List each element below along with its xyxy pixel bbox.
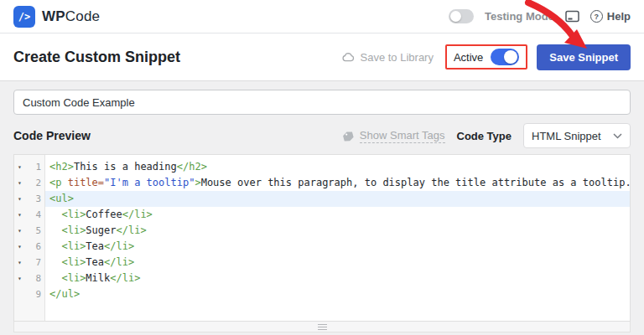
chevron-down-icon [613, 133, 622, 139]
line-gutter: ▾8 [14, 271, 45, 286]
resize-grip-icon [318, 324, 327, 330]
fold-arrow-icon[interactable]: ▾ [14, 207, 25, 223]
code-text: <li>Tea</li> [45, 239, 630, 255]
code-type-label: Code Type [457, 130, 512, 142]
line-number: 3 [25, 191, 45, 207]
show-smart-tags-button[interactable]: Show Smart Tags [342, 129, 445, 143]
code-line[interactable]: ▾5 <li>Suger</li> [14, 223, 630, 239]
tags-icon [342, 131, 356, 142]
active-toggle[interactable] [491, 49, 519, 65]
line-gutter: 9 [14, 286, 45, 302]
code-type-value: HTML Snippet [532, 130, 613, 142]
code-line[interactable]: ▾8 <li>Milk</li> [14, 271, 630, 286]
testing-mode-toggle[interactable] [449, 9, 474, 23]
line-number: 9 [25, 286, 45, 302]
code-type-select[interactable]: HTML Snippet [523, 123, 631, 148]
line-gutter: ▾2 [14, 175, 45, 191]
code-line[interactable]: 9</ul> [14, 286, 630, 302]
line-gutter: ▾4 [14, 207, 45, 223]
line-gutter: ▾7 [14, 255, 45, 271]
wordmark-wp: WP [42, 8, 65, 24]
code-line[interactable]: ▾7 <li>Tea</li> [14, 255, 630, 271]
wpcode-wordmark: WPCode [42, 8, 100, 25]
fullscreen-icon[interactable] [565, 10, 579, 23]
line-number: 1 [25, 159, 45, 175]
line-gutter: ▾1 [14, 159, 45, 175]
save-to-library-button[interactable]: Save to Library [342, 51, 434, 64]
editor-resize-handle[interactable] [13, 322, 631, 332]
code-text: <p title="I'm a tooltip">Mouse over this… [45, 175, 631, 191]
fold-arrow-icon[interactable]: ▾ [14, 255, 25, 271]
show-smart-tags-label: Show Smart Tags [360, 129, 445, 143]
page-header: Create Custom Snippet Save to Library Ac… [0, 34, 644, 81]
cloud-icon [342, 52, 356, 63]
snippet-title-input[interactable] [13, 90, 631, 115]
save-to-library-label: Save to Library [361, 51, 434, 64]
help-label: Help [607, 10, 631, 23]
topbar: /> WPCode Testing Mode ? Help [0, 0, 644, 34]
fold-arrow-icon[interactable]: ▾ [14, 223, 25, 239]
help-button[interactable]: ? Help [590, 10, 631, 23]
fold-arrow-icon[interactable]: ▾ [14, 271, 25, 286]
code-editor[interactable]: ▾1<h2>This is a heading</h2>▾2<p title="… [13, 154, 631, 322]
code-text: <h2>This is a heading</h2> [45, 159, 630, 175]
code-line[interactable]: ▾2<p title="I'm a tooltip">Mouse over th… [14, 175, 630, 191]
line-gutter: ▾3 [14, 191, 45, 207]
fold-arrow-icon[interactable]: ▾ [14, 175, 25, 191]
wpcode-logo-icon: /> [13, 6, 35, 28]
fold-arrow-icon[interactable]: ▾ [14, 191, 25, 207]
content-area: Code Preview Show Smart Tags Code Type H… [0, 81, 644, 332]
question-mark-icon: ? [590, 10, 603, 23]
code-line[interactable]: ▾3<ul> [14, 191, 630, 207]
testing-mode-label: Testing Mode [485, 10, 554, 23]
toggle-knob [504, 50, 517, 64]
code-text: <li>Coffee</li> [45, 207, 630, 223]
line-number: 2 [25, 175, 45, 191]
code-text: <ul> [45, 191, 630, 207]
wpcode-logo: /> WPCode [13, 6, 100, 28]
code-preview-title: Code Preview [13, 129, 91, 142]
code-line[interactable]: ▾1<h2>This is a heading</h2> [14, 159, 630, 175]
code-line[interactable]: ▾4 <li>Coffee</li> [14, 207, 630, 223]
fold-arrow-icon[interactable]: ▾ [14, 159, 25, 175]
code-line[interactable]: ▾6 <li>Tea</li> [14, 239, 630, 255]
active-label: Active [454, 51, 483, 64]
save-snippet-button[interactable]: Save Snippet [537, 44, 631, 70]
toggle-knob [450, 11, 461, 22]
line-number: 8 [25, 271, 45, 286]
code-text: <li>Milk</li> [45, 271, 630, 286]
line-gutter: ▾6 [14, 239, 45, 255]
wordmark-code: Code [65, 8, 100, 24]
page-title: Create Custom Snippet [13, 49, 180, 66]
active-toggle-annotation-box: Active [445, 44, 527, 70]
code-text: <li>Tea</li> [45, 255, 630, 271]
line-number: 5 [25, 223, 45, 239]
line-gutter: ▾5 [14, 223, 45, 239]
code-lines: ▾1<h2>This is a heading</h2>▾2<p title="… [14, 155, 630, 302]
code-text: <li>Suger</li> [45, 223, 630, 239]
line-number: 4 [25, 207, 45, 223]
fold-arrow-icon[interactable]: ▾ [14, 239, 25, 255]
line-number: 6 [25, 239, 45, 255]
code-preview-header: Code Preview Show Smart Tags Code Type H… [13, 123, 631, 148]
line-number: 7 [25, 255, 45, 271]
code-text: </ul> [45, 286, 630, 302]
